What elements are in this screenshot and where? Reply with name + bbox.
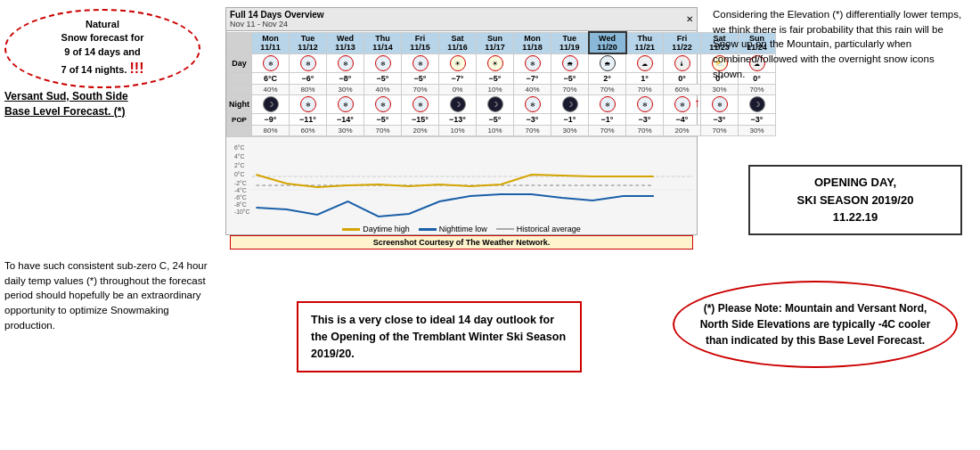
night-precip-label	[227, 126, 252, 136]
opening-day-line3: 11.22.19	[833, 210, 878, 224]
icon-d12: 🌡	[664, 53, 701, 73]
weather-widget: Full 14 Days Overview Nov 11 - Nov 24 ✕ …	[225, 7, 698, 235]
dprecip-9: 70%	[551, 85, 589, 95]
snow-icon-d9: 🌧	[562, 55, 578, 71]
chart-svg: 6°C 4°C 2°C 0°C -2°C -4°C -6°C -8°C -10°…	[230, 141, 693, 221]
day-tue-12: Tue11/12	[290, 32, 327, 53]
dtemp-2: −6°	[290, 73, 327, 85]
exclaim-mark: !!!	[130, 61, 144, 76]
ntemp-7: −5°	[477, 114, 514, 126]
opening-day-line2: SKI SEASON 2019/20	[797, 193, 914, 207]
snow-icon-n13: ❄	[712, 96, 728, 112]
nprecip-8: 70%	[514, 126, 551, 136]
nighttime-color-swatch	[419, 228, 437, 231]
snow-icon-d4: ❄	[375, 55, 391, 71]
icon-n10: ❄	[589, 95, 626, 114]
ntemp-11: −3°	[626, 114, 664, 126]
ntemp-2: −11°	[290, 114, 327, 126]
icon-d4: ❄	[364, 53, 402, 73]
snow-icon-n5: ❄	[412, 96, 429, 112]
icon-n5: ❄	[402, 95, 439, 114]
icon-d5: ❄	[402, 53, 439, 73]
svg-text:-6°C: -6°C	[234, 194, 247, 200]
versant-line1: Versant Sud, South Side	[4, 90, 128, 102]
snow-icon-n8: ❄	[525, 96, 541, 112]
svg-text:6°C: 6°C	[234, 144, 245, 151]
nprecip-9: 30%	[551, 126, 589, 136]
dprecip-1: 40%	[252, 85, 290, 95]
svg-text:-8°C: -8°C	[234, 201, 247, 208]
widget-close-button[interactable]: ✕	[686, 14, 693, 24]
dtemp-11: 1°	[626, 73, 664, 85]
daytime-legend-label: Daytime high	[363, 225, 410, 233]
snow-icon-d10: 🌧	[600, 55, 616, 71]
snow-icon-n11: ❄	[637, 96, 653, 112]
historical-legend-label: Historical average	[517, 225, 581, 233]
day-thu-14: Thu11/14	[364, 32, 402, 53]
day-mon-11: Mon11/11	[252, 32, 290, 53]
icon-d10: 🌧	[589, 53, 626, 73]
nprecip-1: 80%	[252, 126, 290, 136]
icon-n14: ☽	[739, 95, 776, 114]
ntemp-8: −3°	[514, 114, 551, 126]
natural-snow-annotation: Natural Snow forecast for 9 of 14 days a…	[4, 9, 200, 88]
nprecip-5: 20%	[402, 126, 439, 136]
snow-icon-n2: ❄	[300, 96, 316, 112]
ntemp-12: −4°	[664, 114, 701, 126]
icon-d9: 🌧	[551, 53, 589, 73]
snow-icon-d3: ❄	[338, 55, 354, 71]
ntemp-4: −5°	[364, 114, 402, 126]
icon-n12: ❄↑	[664, 95, 701, 114]
icon-n11: ❄	[626, 95, 664, 114]
icon-n6: ☽	[439, 95, 477, 114]
night-icons-label: Night	[227, 95, 252, 114]
versant-annotation: Versant Sud, South Side Base Level Forec…	[4, 89, 223, 119]
natural-snow-line2: Snow forecast for	[61, 32, 144, 43]
cloud-icon-d12: 🌡	[674, 55, 690, 71]
icon-n13: ❄	[701, 95, 739, 114]
dtemp-12: 0°	[664, 73, 701, 85]
widget-title: Full 14 Days Overview	[230, 10, 324, 20]
snow-icon-n10: ❄	[600, 96, 616, 112]
moon-icon-n14: ☽	[749, 96, 765, 112]
dprecip-10: 70%	[589, 85, 626, 95]
day-icons-label: Day	[227, 53, 252, 73]
day-tue-19: Tue11/19	[551, 32, 589, 53]
icon-n1: ☽	[252, 95, 290, 114]
ntemp-13: −3°	[701, 114, 739, 126]
icon-n4: ❄	[364, 95, 402, 114]
dprecip-11: 70%	[626, 85, 664, 95]
temperature-chart: 6°C 4°C 2°C 0°C -2°C -4°C -6°C -8°C -10°…	[226, 136, 697, 234]
widget-titlebar: Full 14 Days Overview Nov 11 - Nov 24 ✕	[226, 8, 697, 31]
dprecip-7: 10%	[477, 85, 514, 95]
dprecip-5: 70%	[402, 85, 439, 95]
nighttime-legend-label: Nighttime low	[439, 225, 487, 233]
versant-text: Versant Sud, South Side Base Level Forec…	[4, 90, 128, 118]
opening-day-annotation: OPENING DAY, SKI SEASON 2019/20 11.22.19	[748, 165, 962, 235]
snow-icon-n3: ❄	[338, 96, 354, 112]
elevation-annotation: Considering the Elevation (*) differenti…	[713, 7, 967, 81]
svg-text:-4°C: -4°C	[234, 187, 247, 193]
snow-icon-d5: ❄	[412, 55, 429, 71]
night-icons-row: Night ☽ ❄ ❄ ❄ ❄ ☽ ☽ ❄ ☽ ❄ ❄ ❄↑ ❄ ☽	[227, 95, 776, 114]
dtemp-5: −5°	[402, 73, 439, 85]
svg-text:2°C: 2°C	[234, 162, 245, 168]
historical-color-swatch	[496, 228, 514, 230]
subzero-text: To have such consistent sub-zero C, 24 h…	[4, 260, 208, 331]
icon-n2: ❄	[290, 95, 327, 114]
day-fri-15: Fri11/15	[402, 32, 439, 53]
dprecip-8: 40%	[514, 85, 551, 95]
icon-n3: ❄	[327, 95, 364, 114]
ntemp-6: −13°	[439, 114, 477, 126]
snow-icon-d2: ❄	[300, 55, 316, 71]
nprecip-3: 30%	[327, 126, 364, 136]
ntemp-14: −3°	[739, 114, 776, 126]
nprecip-11: 70%	[626, 126, 664, 136]
icon-n8: ❄	[514, 95, 551, 114]
legend-daytime: Daytime high	[342, 225, 410, 233]
widget-subtitle: Nov 11 - Nov 24	[230, 20, 324, 29]
dtemp-3: −8°	[327, 73, 364, 85]
dtemp-6: −7°	[439, 73, 477, 85]
icon-d11: ☁	[626, 53, 664, 73]
dprecip-6: 0%	[439, 85, 477, 95]
